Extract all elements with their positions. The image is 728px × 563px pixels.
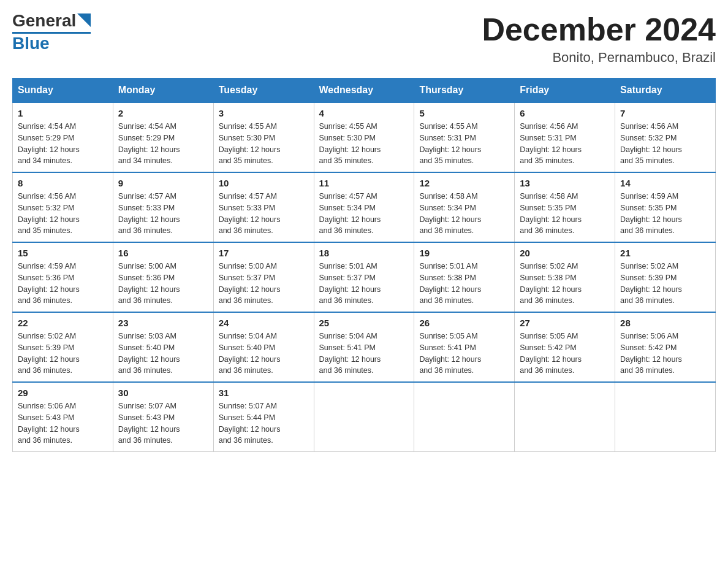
calendar-day-cell: 30Sunrise: 5:07 AMSunset: 5:43 PMDayligh… [113, 382, 213, 452]
calendar-week-row: 15Sunrise: 4:59 AMSunset: 5:36 PMDayligh… [13, 242, 716, 312]
header-saturday: Saturday [615, 79, 716, 103]
logo-triangle-icon [77, 13, 91, 27]
day-number: 23 [118, 318, 208, 328]
calendar-day-cell [615, 382, 716, 452]
calendar-day-cell: 23Sunrise: 5:03 AMSunset: 5:40 PMDayligh… [113, 312, 213, 382]
calendar-day-cell: 12Sunrise: 4:58 AMSunset: 5:34 PMDayligh… [414, 172, 515, 242]
calendar-week-row: 22Sunrise: 5:02 AMSunset: 5:39 PMDayligh… [13, 312, 716, 382]
day-number: 1 [18, 108, 108, 118]
header-sunday: Sunday [13, 79, 113, 103]
day-number: 20 [520, 248, 610, 258]
day-number: 11 [319, 178, 409, 188]
calendar-day-cell: 3Sunrise: 4:55 AMSunset: 5:30 PMDaylight… [213, 102, 314, 172]
day-number: 7 [620, 108, 710, 118]
day-info: Sunrise: 4:56 AMSunset: 5:31 PMDaylight:… [520, 121, 610, 167]
day-info: Sunrise: 4:57 AMSunset: 5:34 PMDaylight:… [319, 191, 409, 237]
calendar-day-cell: 10Sunrise: 4:57 AMSunset: 5:33 PMDayligh… [213, 172, 314, 242]
calendar-day-cell: 29Sunrise: 5:06 AMSunset: 5:43 PMDayligh… [13, 382, 113, 452]
day-number: 14 [620, 178, 710, 188]
day-number: 21 [620, 248, 710, 258]
day-info: Sunrise: 5:07 AMSunset: 5:43 PMDaylight:… [118, 400, 208, 446]
title-block: December 2024 Bonito, Pernambuco, Brazil [482, 12, 716, 66]
calendar-day-cell: 14Sunrise: 4:59 AMSunset: 5:35 PMDayligh… [615, 172, 716, 242]
calendar-day-cell: 9Sunrise: 4:57 AMSunset: 5:33 PMDaylight… [113, 172, 213, 242]
header-friday: Friday [515, 79, 615, 103]
day-info: Sunrise: 5:00 AMSunset: 5:36 PMDaylight:… [118, 261, 208, 307]
calendar-day-cell: 1Sunrise: 4:54 AMSunset: 5:29 PMDaylight… [13, 102, 113, 172]
day-number: 22 [18, 318, 108, 328]
day-info: Sunrise: 5:02 AMSunset: 5:38 PMDaylight:… [520, 261, 610, 307]
calendar-day-cell: 27Sunrise: 5:05 AMSunset: 5:42 PMDayligh… [515, 312, 615, 382]
day-number: 30 [118, 388, 208, 398]
calendar-day-cell: 16Sunrise: 5:00 AMSunset: 5:36 PMDayligh… [113, 242, 213, 312]
calendar-day-cell [314, 382, 414, 452]
calendar-day-cell: 7Sunrise: 4:56 AMSunset: 5:32 PMDaylight… [615, 102, 716, 172]
calendar-week-row: 8Sunrise: 4:56 AMSunset: 5:32 PMDaylight… [13, 172, 716, 242]
day-info: Sunrise: 4:56 AMSunset: 5:32 PMDaylight:… [620, 121, 710, 167]
calendar-day-cell: 2Sunrise: 4:54 AMSunset: 5:29 PMDaylight… [113, 102, 213, 172]
calendar-day-cell: 4Sunrise: 4:55 AMSunset: 5:30 PMDaylight… [314, 102, 414, 172]
day-info: Sunrise: 4:55 AMSunset: 5:30 PMDaylight:… [319, 121, 409, 167]
day-number: 12 [419, 178, 509, 188]
calendar-day-cell: 5Sunrise: 4:55 AMSunset: 5:31 PMDaylight… [414, 102, 515, 172]
day-info: Sunrise: 5:06 AMSunset: 5:42 PMDaylight:… [620, 331, 710, 377]
day-info: Sunrise: 4:57 AMSunset: 5:33 PMDaylight:… [219, 191, 309, 237]
day-info: Sunrise: 5:02 AMSunset: 5:39 PMDaylight:… [620, 261, 710, 307]
calendar-week-row: 1Sunrise: 4:54 AMSunset: 5:29 PMDaylight… [13, 102, 716, 172]
calendar-week-row: 29Sunrise: 5:06 AMSunset: 5:43 PMDayligh… [13, 382, 716, 452]
calendar-day-cell [515, 382, 615, 452]
logo-text-blue: Blue [12, 34, 50, 53]
day-number: 5 [419, 108, 509, 118]
calendar-day-cell: 25Sunrise: 5:04 AMSunset: 5:41 PMDayligh… [314, 312, 414, 382]
calendar-day-cell: 22Sunrise: 5:02 AMSunset: 5:39 PMDayligh… [13, 312, 113, 382]
header-monday: Monday [113, 79, 213, 103]
calendar-day-cell: 21Sunrise: 5:02 AMSunset: 5:39 PMDayligh… [615, 242, 716, 312]
day-info: Sunrise: 5:06 AMSunset: 5:43 PMDaylight:… [18, 400, 108, 446]
day-number: 24 [219, 318, 309, 328]
day-info: Sunrise: 5:03 AMSunset: 5:40 PMDaylight:… [118, 331, 208, 377]
calendar-table: Sunday Monday Tuesday Wednesday Thursday… [12, 78, 716, 452]
day-info: Sunrise: 5:00 AMSunset: 5:37 PMDaylight:… [219, 261, 309, 307]
logo: General Blue [12, 12, 91, 52]
day-number: 13 [520, 178, 610, 188]
day-number: 26 [419, 318, 509, 328]
calendar-day-cell: 15Sunrise: 4:59 AMSunset: 5:36 PMDayligh… [13, 242, 113, 312]
day-info: Sunrise: 5:02 AMSunset: 5:39 PMDaylight:… [18, 331, 108, 377]
day-info: Sunrise: 5:05 AMSunset: 5:42 PMDaylight:… [520, 331, 610, 377]
header-thursday: Thursday [414, 79, 515, 103]
day-number: 6 [520, 108, 610, 118]
day-number: 28 [620, 318, 710, 328]
calendar-day-cell: 13Sunrise: 4:58 AMSunset: 5:35 PMDayligh… [515, 172, 615, 242]
day-info: Sunrise: 5:04 AMSunset: 5:41 PMDaylight:… [319, 331, 409, 377]
month-year-title: December 2024 [482, 12, 716, 47]
day-number: 15 [18, 248, 108, 258]
location-subtitle: Bonito, Pernambuco, Brazil [482, 50, 716, 66]
day-number: 16 [118, 248, 208, 258]
calendar-day-cell [414, 382, 515, 452]
day-info: Sunrise: 5:01 AMSunset: 5:38 PMDaylight:… [419, 261, 509, 307]
calendar-day-cell: 8Sunrise: 4:56 AMSunset: 5:32 PMDaylight… [13, 172, 113, 242]
calendar-header-row: Sunday Monday Tuesday Wednesday Thursday… [13, 79, 716, 103]
day-info: Sunrise: 4:54 AMSunset: 5:29 PMDaylight:… [18, 121, 108, 167]
header-wednesday: Wednesday [314, 79, 414, 103]
calendar-day-cell: 17Sunrise: 5:00 AMSunset: 5:37 PMDayligh… [213, 242, 314, 312]
day-number: 3 [219, 108, 309, 118]
day-number: 25 [319, 318, 409, 328]
day-info: Sunrise: 5:05 AMSunset: 5:41 PMDaylight:… [419, 331, 509, 377]
svg-marker-0 [77, 13, 91, 27]
day-info: Sunrise: 4:56 AMSunset: 5:32 PMDaylight:… [18, 191, 108, 237]
day-number: 17 [219, 248, 309, 258]
logo-text-general: General [12, 12, 76, 29]
day-info: Sunrise: 5:01 AMSunset: 5:37 PMDaylight:… [319, 261, 409, 307]
day-info: Sunrise: 4:59 AMSunset: 5:35 PMDaylight:… [620, 191, 710, 237]
day-number: 4 [319, 108, 409, 118]
day-number: 8 [18, 178, 108, 188]
calendar-day-cell: 24Sunrise: 5:04 AMSunset: 5:40 PMDayligh… [213, 312, 314, 382]
day-info: Sunrise: 4:59 AMSunset: 5:36 PMDaylight:… [18, 261, 108, 307]
calendar-day-cell: 28Sunrise: 5:06 AMSunset: 5:42 PMDayligh… [615, 312, 716, 382]
calendar-day-cell: 6Sunrise: 4:56 AMSunset: 5:31 PMDaylight… [515, 102, 615, 172]
day-number: 9 [118, 178, 208, 188]
calendar-day-cell: 18Sunrise: 5:01 AMSunset: 5:37 PMDayligh… [314, 242, 414, 312]
day-number: 2 [118, 108, 208, 118]
page-header: General Blue December 2024 Bonito, Perna… [12, 12, 716, 66]
